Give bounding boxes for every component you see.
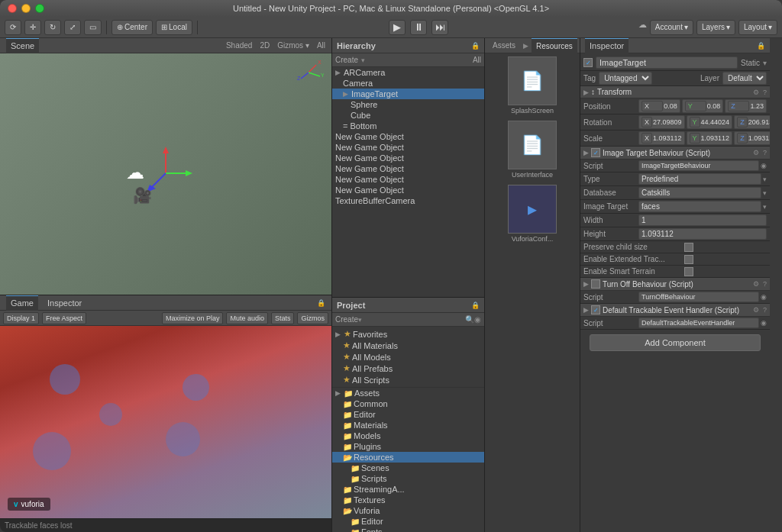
tree-item-imagetarget[interactable]: ▶ ImageTarget bbox=[332, 89, 484, 99]
thumb-splashscreen[interactable]: 📄 SplashScreen bbox=[508, 56, 557, 114]
image-target-header[interactable]: ▶ Image Target Behaviour (Script) ⚙ ? bbox=[580, 147, 770, 160]
fav-all-models[interactable]: ★All Models bbox=[332, 351, 484, 363]
width-value[interactable]: 1 bbox=[638, 214, 767, 226]
trackable-header[interactable]: ▶ Default Trackable Event Handler (Scrip… bbox=[580, 304, 770, 317]
center-btn[interactable]: ⊕ Center bbox=[111, 20, 153, 35]
assets-editor[interactable]: 📁Editor bbox=[332, 409, 484, 420]
rot-z[interactable]: Z 206.9133 bbox=[734, 115, 770, 129]
tab-assets[interactable]: Assets bbox=[488, 38, 520, 53]
database-value[interactable]: Catskills bbox=[638, 187, 761, 198]
maximize-on-play-btn[interactable]: Maximize on Play bbox=[162, 312, 224, 324]
layer-dropdown[interactable]: Default bbox=[722, 72, 767, 85]
tab-resources[interactable]: Resources bbox=[532, 38, 577, 53]
turnoff-script-value[interactable]: TurnOffBehaviour bbox=[638, 292, 759, 302]
hierarchy-all-btn[interactable]: All bbox=[473, 56, 481, 64]
tree-item-ngo2[interactable]: New Game Object bbox=[332, 142, 484, 153]
assets-vuf-fonts[interactable]: 📁Fonts bbox=[332, 527, 484, 532]
static-dropdown-icon[interactable]: ▾ bbox=[763, 59, 767, 67]
tree-item-texturebuffer[interactable]: TextureBufferCamera bbox=[332, 195, 484, 206]
tree-item-cube[interactable]: Cube bbox=[332, 110, 484, 121]
add-component-button[interactable]: Add Component bbox=[590, 334, 760, 351]
tree-item-ngo6[interactable]: New Game Object bbox=[332, 185, 484, 195]
hierarchy-create-btn[interactable]: Create bbox=[335, 56, 358, 64]
smart-checkbox[interactable] bbox=[684, 267, 693, 276]
tree-item-arcamera[interactable]: ▶ ARCamera bbox=[332, 67, 484, 78]
fav-all-prefabs[interactable]: ★All Prefabs bbox=[332, 363, 484, 374]
2d-toggle[interactable]: 2D bbox=[260, 41, 270, 50]
assets-vuf-editor[interactable]: 📁Editor bbox=[332, 516, 484, 527]
game-canvas[interactable]: v vuforia bbox=[0, 326, 331, 518]
pause-button[interactable]: ⏸ bbox=[410, 20, 427, 35]
rot-y[interactable]: Y 44.44024 bbox=[687, 115, 733, 129]
object-active-checkbox[interactable] bbox=[583, 58, 593, 67]
game-tab[interactable]: Game bbox=[6, 295, 38, 311]
rect-tool-btn[interactable]: ▭ bbox=[84, 20, 102, 35]
scale-y[interactable]: Y 1.093112 bbox=[687, 131, 733, 145]
scene-tab[interactable]: Scene bbox=[6, 38, 39, 53]
tree-item-bottom[interactable]: = Bottom bbox=[332, 121, 484, 131]
stats-btn[interactable]: Stats bbox=[271, 312, 295, 324]
close-button[interactable] bbox=[8, 4, 17, 13]
tree-item-ngo1[interactable]: New Game Object bbox=[332, 131, 484, 142]
aspect-btn[interactable]: Free Aspect bbox=[42, 312, 86, 324]
image-target-value[interactable]: faces bbox=[638, 201, 761, 212]
tree-item-ngo5[interactable]: New Game Object bbox=[332, 174, 484, 185]
object-name-field[interactable] bbox=[596, 56, 738, 69]
script-value[interactable]: ImageTargetBehaviour bbox=[638, 160, 759, 171]
account-btn[interactable]: Account ▾ bbox=[650, 20, 693, 35]
height-value[interactable]: 1.093112 bbox=[638, 228, 767, 240]
turnoff-header[interactable]: ▶ Turn Off Behaviour (Script) ⚙ ? bbox=[580, 278, 770, 291]
thumb-userinterface[interactable]: 📄 UserInterface bbox=[508, 121, 557, 179]
play-button[interactable]: ▶ bbox=[389, 20, 406, 35]
scene-all-label[interactable]: All bbox=[317, 41, 325, 50]
transform-header[interactable]: ▶ ↕ Transform ⚙ ? bbox=[580, 86, 770, 98]
fav-all-scripts[interactable]: ★All Scripts bbox=[332, 374, 484, 385]
scene-options[interactable]: Gizmos ▾ bbox=[277, 41, 309, 50]
assets-materials[interactable]: 📁Materials bbox=[332, 420, 484, 430]
layers-btn[interactable]: Layers ▾ bbox=[696, 20, 735, 35]
type-value[interactable]: Predefined bbox=[638, 173, 761, 185]
tag-dropdown[interactable]: Untagged bbox=[599, 72, 652, 85]
assets-common[interactable]: 📁Common bbox=[332, 398, 484, 409]
rotate-tool-btn[interactable]: ↻ bbox=[44, 20, 61, 35]
trackable-script-value[interactable]: DefaultTrackableEventHandler bbox=[638, 318, 759, 328]
assets-plugins[interactable]: 📁Plugins bbox=[332, 441, 484, 452]
mute-audio-btn[interactable]: Mute audio bbox=[226, 312, 268, 324]
scene-canvas[interactable]: 🎥 ☁ X Y Z bbox=[0, 53, 331, 295]
scale-z[interactable]: Z 1.093112 bbox=[734, 131, 770, 145]
assets-vuforia[interactable]: 📂Vuforia bbox=[332, 505, 484, 516]
inspector-game-tab[interactable]: Inspector bbox=[43, 295, 86, 311]
turnoff-active[interactable] bbox=[591, 279, 600, 289]
maximize-button[interactable] bbox=[35, 4, 44, 13]
fav-all-materials[interactable]: ★All Materials bbox=[332, 340, 484, 351]
assets-root[interactable]: ▶ 📁 Assets bbox=[332, 388, 484, 398]
layout-btn[interactable]: Layout ▾ bbox=[738, 20, 777, 35]
local-btn[interactable]: ⊞ Local bbox=[156, 20, 192, 35]
trackable-active[interactable] bbox=[591, 305, 600, 314]
gizmos-game-btn[interactable]: Gizmos bbox=[297, 312, 328, 324]
thumb-vuforiaconf[interactable]: ▸ VuforiaConf... bbox=[508, 185, 557, 243]
rot-x[interactable]: X 27.09809 bbox=[638, 115, 685, 129]
project-create-btn[interactable]: Create bbox=[335, 315, 358, 324]
step-button[interactable]: ⏭ bbox=[431, 20, 448, 35]
assets-resources[interactable]: 📂Resources bbox=[332, 452, 484, 463]
pos-x[interactable]: X 0.08 bbox=[638, 99, 680, 113]
tree-item-ngo4[interactable]: New Game Object bbox=[332, 163, 484, 174]
assets-streaming[interactable]: 📁StreamingA... bbox=[332, 484, 484, 495]
transform-tool-btn[interactable]: ⟳ bbox=[5, 20, 21, 35]
tree-item-ngo3[interactable]: New Game Object bbox=[332, 153, 484, 163]
display-btn[interactable]: Display 1 bbox=[3, 312, 39, 324]
favorites-header[interactable]: ▶ ★ Favorites bbox=[332, 328, 484, 340]
assets-scripts[interactable]: 📁Scripts bbox=[332, 473, 484, 484]
pos-z[interactable]: Z 1.23 bbox=[725, 99, 767, 113]
inspector-tab[interactable]: Inspector bbox=[585, 38, 629, 53]
scale-x[interactable]: X 1.093112 bbox=[638, 131, 685, 145]
tree-item-sphere[interactable]: Sphere bbox=[332, 99, 484, 110]
image-target-active[interactable] bbox=[591, 148, 600, 157]
move-tool-btn[interactable]: ✛ bbox=[24, 20, 41, 35]
pos-y[interactable]: Y 0.08 bbox=[682, 99, 724, 113]
extended-checkbox[interactable] bbox=[684, 255, 693, 264]
shaded-dropdown[interactable]: Shaded bbox=[226, 41, 252, 50]
assets-textures[interactable]: 📁Textures bbox=[332, 495, 484, 505]
preserve-checkbox[interactable] bbox=[684, 243, 693, 252]
